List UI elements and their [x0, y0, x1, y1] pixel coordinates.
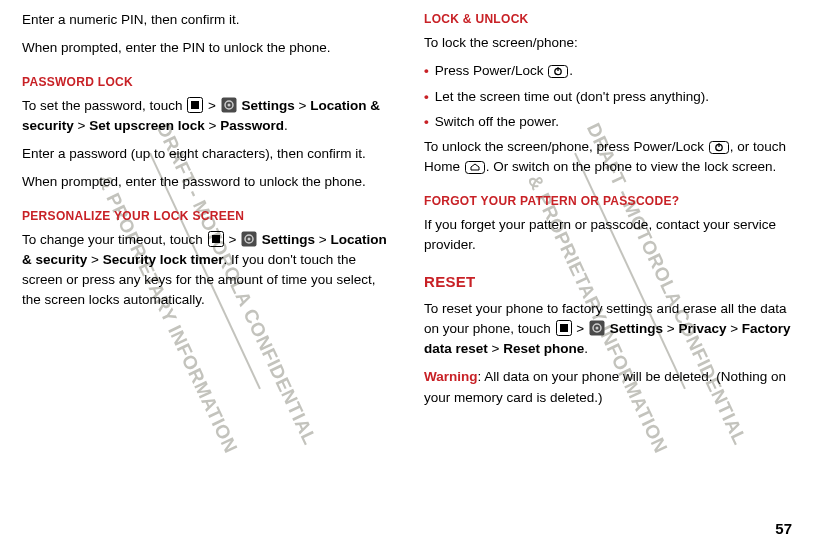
- heading-password-lock: Password lock: [22, 73, 394, 91]
- bullet-icon: •: [424, 112, 429, 132]
- personalize-p1: To change your timeout, touch > Settings…: [22, 230, 394, 311]
- heading-forgot: Forgot your pattern or passcode?: [424, 192, 796, 210]
- svg-rect-1: [191, 101, 199, 109]
- intro-text-2: When prompted, enter the PIN to unlock t…: [22, 38, 394, 58]
- bullet-item-3: • Switch off the power.: [424, 112, 796, 132]
- right-column: Lock & unlock To lock the screen/phone: …: [424, 10, 796, 416]
- svg-rect-18: [560, 324, 568, 332]
- svg-point-4: [227, 103, 230, 106]
- heading-reset: Reset: [424, 271, 796, 294]
- svg-rect-6: [212, 235, 220, 243]
- svg-point-21: [596, 326, 599, 329]
- heading-personalize: Personalize your lock screen: [22, 207, 394, 225]
- svg-point-9: [248, 237, 251, 240]
- reset-warning: Warning: All data on your phone will be …: [424, 367, 796, 408]
- lock-unlock-intro: To lock the screen/phone:: [424, 33, 796, 53]
- menu-icon: [187, 97, 203, 113]
- settings-gear-icon: [589, 320, 605, 336]
- heading-lock-unlock: Lock & unlock: [424, 10, 796, 28]
- forgot-p1: If you forget your pattern or passcode, …: [424, 215, 796, 256]
- home-icon: [465, 161, 485, 174]
- bullet-icon: •: [424, 61, 429, 81]
- power-icon: [548, 65, 568, 78]
- svg-rect-16: [465, 162, 484, 174]
- settings-gear-icon: [241, 231, 257, 247]
- power-icon: [709, 141, 729, 154]
- bullet-icon: •: [424, 87, 429, 107]
- settings-gear-icon: [221, 97, 237, 113]
- reset-p1: To reset your phone to factory settings …: [424, 299, 796, 360]
- bullet-item-2: • Let the screen time out (don't press a…: [424, 87, 796, 107]
- menu-icon: [556, 320, 572, 336]
- password-lock-p2: Enter a password (up to eight characters…: [22, 144, 394, 164]
- page-number: 57: [775, 518, 792, 541]
- menu-icon: [208, 231, 224, 247]
- page-content: Enter a numeric PIN, then confirm it. Wh…: [0, 0, 818, 438]
- intro-text-1: Enter a numeric PIN, then confirm it.: [22, 10, 394, 30]
- bullet-item-1: • Press Power/Lock .: [424, 61, 796, 81]
- password-lock-p1: To set the password, touch > Settings > …: [22, 96, 394, 137]
- left-column: Enter a numeric PIN, then confirm it. Wh…: [22, 10, 394, 416]
- lock-unlock-p2: To unlock the screen/phone, press Power/…: [424, 137, 796, 178]
- password-lock-p3: When prompted, enter the password to unl…: [22, 172, 394, 192]
